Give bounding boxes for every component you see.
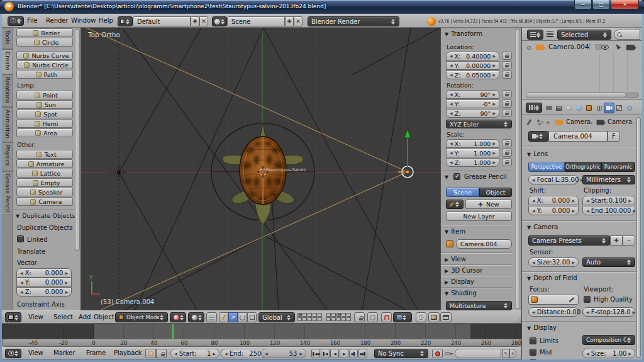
camera-panel-header[interactable]: ▼Camera <box>527 223 558 230</box>
delete-keyframe-button[interactable]: ✕ <box>509 349 516 358</box>
layer-grid-1[interactable] <box>297 313 323 322</box>
gp-new-layer-button[interactable]: New Layer <box>446 212 512 221</box>
use-preview-range-button[interactable] <box>145 349 156 358</box>
tab-physics[interactable]: Physics <box>2 142 13 171</box>
remove-preset-button[interactable]: ─ <box>623 235 635 246</box>
shading-mode-select[interactable]: Multitexture <box>446 301 512 310</box>
clip-end-field[interactable]: ◀End:100.000▶ <box>582 206 635 215</box>
lens-unit-select[interactable]: Millimeters <box>582 175 635 184</box>
screen-layout-field[interactable]: Default <box>133 16 191 26</box>
sensor-checkbox[interactable] <box>530 359 536 359</box>
tab-object[interactable] <box>584 103 594 113</box>
layer-cell[interactable] <box>303 317 307 321</box>
id-type-button[interactable] <box>528 131 548 142</box>
play-reverse-button[interactable]: ◀ <box>330 349 339 358</box>
lock-location-x-button[interactable] <box>502 52 512 60</box>
add-point-lamp-button[interactable]: Point <box>16 91 73 99</box>
add-hemi-lamp-button[interactable]: Hemi <box>16 119 73 128</box>
opengl-render-button[interactable] <box>428 312 440 322</box>
layer-cell[interactable] <box>313 313 317 317</box>
insert-keyframe-button[interactable]: ✎ <box>502 349 509 358</box>
delete-scene-button[interactable]: ✕ <box>294 16 303 26</box>
snap-element-select[interactable] <box>393 312 412 322</box>
properties-scrollbar[interactable] <box>636 117 641 358</box>
item-name-field[interactable]: Camera.004 <box>456 239 512 249</box>
add-armature-button[interactable]: Armature <box>16 159 73 168</box>
linked-checkbox[interactable] <box>17 235 24 242</box>
timeline-scrollbar[interactable]: -40-200204060801001201401601802002202402… <box>2 339 521 347</box>
grease-pencil-panel-header[interactable]: ▼ <box>445 173 451 180</box>
menu-help[interactable]: Help <box>95 14 117 27</box>
lock-scale-x-button[interactable] <box>502 139 512 147</box>
vector-z-field[interactable]: ◀Z:0.000▶ <box>16 287 72 297</box>
outliner-filter-select[interactable]: Selected <box>557 30 611 40</box>
snap-grid-button[interactable] <box>206 312 217 322</box>
add-spot-lamp-button[interactable]: Spot <box>16 110 73 118</box>
rotation-mode-select[interactable]: XYZ Euler <box>446 120 512 128</box>
breadcrumb-data[interactable]: Camera. <box>608 118 634 125</box>
shift-x-field[interactable]: ◀X:0.000▶ <box>528 196 579 205</box>
nodes-icon[interactable] <box>537 120 543 125</box>
add-area-lamp-button[interactable]: Area <box>16 128 73 137</box>
lock-location-y-button[interactable] <box>502 61 512 69</box>
lock-scale-z-button[interactable] <box>502 158 512 166</box>
transform-panel-header[interactable]: ▼Transform <box>445 30 482 37</box>
lock-scale-y-button[interactable] <box>502 149 512 157</box>
add-scene-button[interactable]: ✚ <box>285 16 294 26</box>
layer-cell[interactable] <box>336 313 341 317</box>
cursor3d-panel-header[interactable]: ▶3D Cursor <box>445 267 482 274</box>
menu-tl-playback[interactable]: Playback <box>110 347 146 359</box>
viewport-shading-select[interactable] <box>188 312 204 322</box>
high-quality-checkbox[interactable] <box>584 296 591 303</box>
layer-cell[interactable] <box>308 313 312 317</box>
add-preset-button[interactable]: ✚ <box>610 235 623 246</box>
add-nurbs-curve-button[interactable]: Nurbs Curve <box>16 51 73 60</box>
lock-location-z-button[interactable] <box>502 71 512 79</box>
sensor-fit-select[interactable]: Auto <box>582 257 635 267</box>
lens-type-orthographic[interactable]: Orthographic <box>565 162 601 172</box>
add-path-button[interactable]: Path <box>16 70 73 79</box>
jump-prev-keyframe-button[interactable]: ▌◀ <box>321 349 330 358</box>
play-button[interactable]: ▶ <box>340 349 348 358</box>
jump-to-start-button[interactable]: ▌◀◀ <box>311 349 320 358</box>
mist-checkbox[interactable] <box>530 349 536 356</box>
restrict-render-icon[interactable] <box>626 45 635 50</box>
tab-object-data[interactable] <box>604 103 614 113</box>
keying-set-field[interactable] <box>455 349 501 358</box>
layer-cell[interactable] <box>297 313 302 317</box>
tab-tools[interactable]: Tools <box>2 28 13 49</box>
layer-cell[interactable] <box>326 313 331 317</box>
lock-frame-range-button[interactable] <box>156 349 167 358</box>
add-text-button[interactable]: Text <box>16 150 73 159</box>
display-size-field[interactable]: ◀Size:1.00▶ <box>582 349 635 358</box>
gp-draw-mode-select[interactable] <box>446 200 464 209</box>
outliner-menu-icon[interactable] <box>547 31 553 37</box>
lock-rotation-x-button[interactable] <box>502 90 512 98</box>
composition-guides-select[interactable]: Composition Gu <box>582 335 635 345</box>
eyedropper-icon[interactable] <box>569 297 575 302</box>
sync-select[interactable]: No Sync <box>374 349 428 358</box>
grease-pencil-checkbox[interactable] <box>453 173 460 180</box>
layer-cell[interactable] <box>318 313 322 317</box>
rotation-y-field[interactable]: ◀Y:-0°▶ <box>446 99 499 108</box>
menu-object[interactable]: Object <box>90 311 118 324</box>
menu-tl-marker[interactable]: Marker <box>50 347 79 359</box>
scale-z-field[interactable]: ◀Z:1.000▶ <box>446 158 499 167</box>
location-y-field[interactable]: ◀Y:0.00000▶ <box>446 61 499 70</box>
add-layout-button[interactable]: ✚ <box>191 16 199 26</box>
vector-x-field[interactable]: ◀X:0.000▶ <box>16 268 72 278</box>
rotation-z-field[interactable]: ◀Z:90°▶ <box>446 109 499 118</box>
shading-panel-header[interactable]: ▼Shading <box>445 290 477 297</box>
tab-create[interactable]: Create <box>2 49 13 74</box>
limits-checkbox[interactable] <box>530 337 536 344</box>
dof-panel-header[interactable]: ▼Depth of Field <box>527 274 577 281</box>
delete-layout-button[interactable]: ✕ <box>199 16 208 26</box>
location-z-field[interactable]: ◀Z:0.05000▶ <box>446 71 499 79</box>
editor-type-outliner-button[interactable] <box>527 30 543 40</box>
layer-cell[interactable] <box>318 317 322 321</box>
redo-panel-header[interactable]: ▼Duplicate Objects <box>16 212 75 219</box>
scene-field[interactable]: Scene <box>227 16 285 26</box>
layer-cell[interactable] <box>347 313 351 317</box>
rotation-x-field[interactable]: ◀X:90°▶ <box>446 90 499 99</box>
restrict-select-icon[interactable] <box>614 43 621 50</box>
